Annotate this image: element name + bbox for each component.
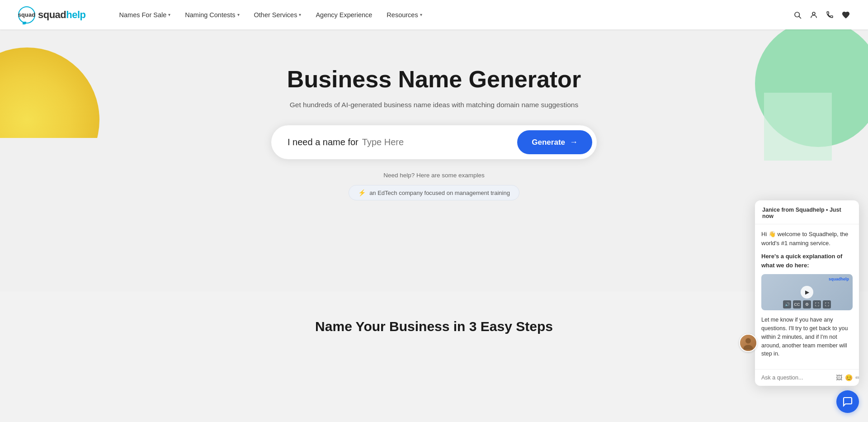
green-square-deco: [764, 93, 832, 161]
chat-body: Hi 👋 welcome to Squadhelp, the world's #…: [755, 224, 859, 369]
play-icon[interactable]: ▶: [801, 286, 813, 299]
chat-bubble-button[interactable]: [836, 390, 859, 413]
logo-squad: squad: [18, 11, 35, 18]
video-controls: 🔊 CC ⚙ ⛶ ⛶: [763, 300, 851, 308]
search-box: I need a name for Generate →: [271, 125, 597, 159]
example-chip[interactable]: ⚡ an EdTech company focused on managemen…: [349, 185, 519, 200]
chat-header: Janice from Squadhelp • Just now: [755, 200, 859, 224]
yellow-arch-deco: [0, 47, 99, 138]
fullscreen-icon[interactable]: ⛶: [823, 300, 831, 308]
emoji-icon[interactable]: 😊: [845, 374, 853, 381]
settings-icon[interactable]: ⚙: [803, 300, 811, 308]
arrow-right-icon: →: [570, 138, 578, 147]
user-icon[interactable]: [810, 11, 818, 19]
generate-button[interactable]: Generate →: [517, 130, 592, 154]
logo-text: squadhelp: [38, 9, 86, 21]
attachment-icon[interactable]: ✏: [855, 374, 859, 381]
svg-point-4: [745, 338, 751, 344]
bottom-section: Name Your Business in 3 Easy Steps: [0, 292, 868, 352]
heart-icon[interactable]: [842, 11, 850, 19]
hero-title: Business Name Generator: [287, 66, 581, 93]
search-input[interactable]: [362, 137, 518, 147]
nav-naming-contests[interactable]: Naming Contests ▾: [179, 8, 245, 22]
svg-point-5: [744, 345, 753, 350]
lightning-icon: ⚡: [358, 189, 366, 196]
chat-bold-text: Here's a quick explanation of what we do…: [761, 252, 853, 270]
chat-message: Let me know if you have any questions. I…: [761, 316, 853, 358]
hero-subtitle: Get hundreds of AI-generated business na…: [290, 101, 578, 109]
chevron-down-icon: ▾: [237, 12, 240, 17]
navbar: squad squadhelp Names For Sale ▾ Naming …: [0, 0, 868, 29]
bottom-title: Name Your Business in 3 Easy Steps: [18, 319, 850, 334]
chat-widget: Janice from Squadhelp • Just now Hi 👋 we…: [755, 200, 859, 386]
search-icon[interactable]: [793, 11, 802, 19]
volume-icon[interactable]: 🔊: [783, 300, 791, 308]
chat-footer-icons: 🖼 😊 ✏: [836, 374, 859, 381]
image-icon[interactable]: 🖼: [836, 374, 842, 381]
examples-label: Need help? Here are some examples: [383, 172, 485, 179]
chat-agent-name: Janice from Squadhelp: [762, 207, 825, 213]
chat-time: •: [826, 207, 830, 213]
chevron-down-icon: ▾: [420, 12, 422, 17]
nav-icon-group: [793, 11, 850, 19]
video-logo: squadhelp: [829, 277, 849, 281]
logo[interactable]: squad squadhelp: [18, 6, 86, 24]
chevron-down-icon: ▾: [299, 12, 301, 17]
nav-links: Names For Sale ▾ Naming Contests ▾ Other…: [113, 8, 793, 22]
svg-point-2: [812, 12, 815, 15]
avatar: [739, 334, 757, 352]
nav-resources[interactable]: Resources ▾: [380, 8, 428, 22]
logo-help-text: help: [66, 9, 85, 20]
svg-line-1: [799, 16, 801, 18]
logo-squad-text: squad: [38, 9, 66, 20]
svg-point-3: [0, 47, 99, 138]
pip-icon[interactable]: ⛶: [813, 300, 821, 308]
chat-footer: 🖼 😊 ✏: [755, 369, 859, 386]
chevron-down-icon: ▾: [168, 12, 170, 17]
chat-video-thumbnail[interactable]: ▶ squadhelp 🔊 CC ⚙ ⛶ ⛶: [761, 274, 853, 310]
avatar-wrap: [739, 334, 757, 352]
chat-greeting: Hi 👋 welcome to Squadhelp, the world's #…: [761, 230, 853, 247]
nav-agency-experience[interactable]: Agency Experience: [309, 8, 378, 22]
search-prefix: I need a name for: [288, 137, 359, 147]
chat-input[interactable]: [761, 375, 832, 381]
nav-other-services[interactable]: Other Services ▾: [248, 8, 308, 22]
nav-names-for-sale[interactable]: Names For Sale ▾: [113, 8, 177, 22]
logo-bubble: squad: [18, 6, 35, 24]
hero-section: Business Name Generator Get hundreds of …: [0, 29, 868, 292]
cc-icon[interactable]: CC: [793, 300, 801, 308]
phone-icon[interactable]: [826, 11, 834, 19]
